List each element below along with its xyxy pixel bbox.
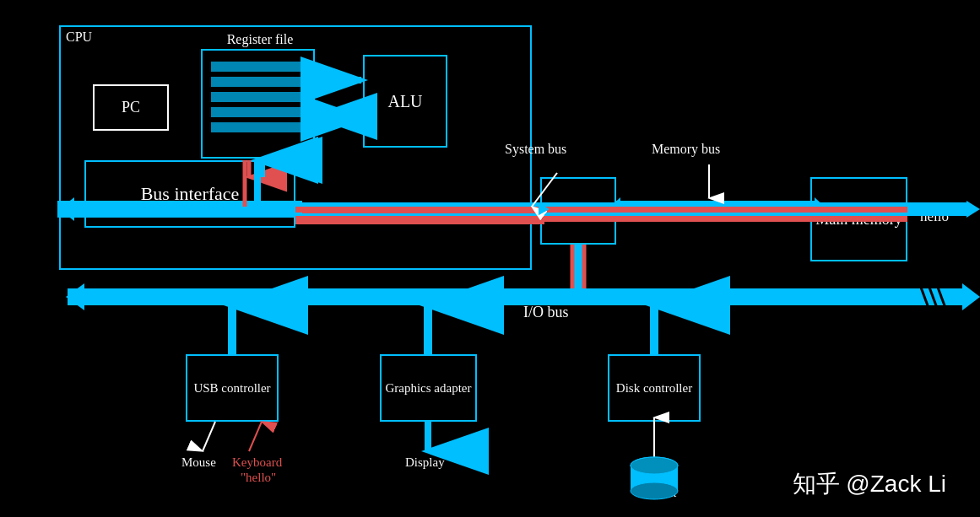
hello-edge-text: "hello: [914, 208, 949, 225]
io-bus-label: I/O bus: [523, 304, 569, 321]
io-bridge-box: I/O bridge: [540, 177, 616, 245]
disk-cylinder-svg: [629, 455, 680, 502]
svg-point-17: [631, 457, 678, 474]
mouse-arrow: [203, 422, 215, 451]
main-memory-label: Main memory: [815, 211, 901, 229]
main-memory-box: Main memory: [810, 177, 907, 261]
pc-box: PC: [93, 84, 169, 131]
io-bus-band: [68, 288, 962, 305]
bus-interface-box: Bus interface: [84, 160, 295, 228]
disk-controller-box: Disk controller: [608, 354, 701, 422]
svg-point-16: [631, 482, 678, 499]
svg-line-11: [920, 285, 929, 308]
memory-bus-label: Memory bus: [652, 142, 720, 157]
keyboard-hello-label: "hello": [241, 471, 276, 485]
graphics-adapter-box: Graphics adapter: [380, 354, 477, 422]
io-bus-left-arrow: [66, 283, 84, 310]
system-bus-label: System bus: [505, 142, 566, 157]
disk-controller-label: Disk controller: [616, 381, 692, 396]
alu-label: ALU: [387, 92, 422, 111]
bus-right-arrow: [966, 201, 980, 218]
pc-label: PC: [122, 99, 140, 116]
register-file-box: [201, 49, 315, 159]
svg-line-12: [929, 285, 937, 308]
memory-bus-blue: [616, 201, 815, 218]
bus-interface-label: Bus interface: [141, 183, 240, 205]
svg-line-13: [937, 285, 945, 308]
usb-controller-label: USB controller: [193, 381, 270, 396]
io-bridge-label: I/O bridge: [552, 204, 604, 218]
usb-controller-box: USB controller: [186, 354, 279, 422]
graphics-adapter-label: Graphics adapter: [385, 381, 471, 396]
mouse-label: Mouse: [181, 455, 216, 470]
io-bus-right-arrow: [962, 283, 980, 310]
display-label: Display: [405, 455, 445, 470]
alu-box: ALU: [363, 55, 447, 148]
keyboard-arrow: [249, 422, 262, 451]
keyboard-label: Keyboard: [232, 455, 282, 470]
watermark: 知乎 @Zack Li: [793, 468, 946, 500]
